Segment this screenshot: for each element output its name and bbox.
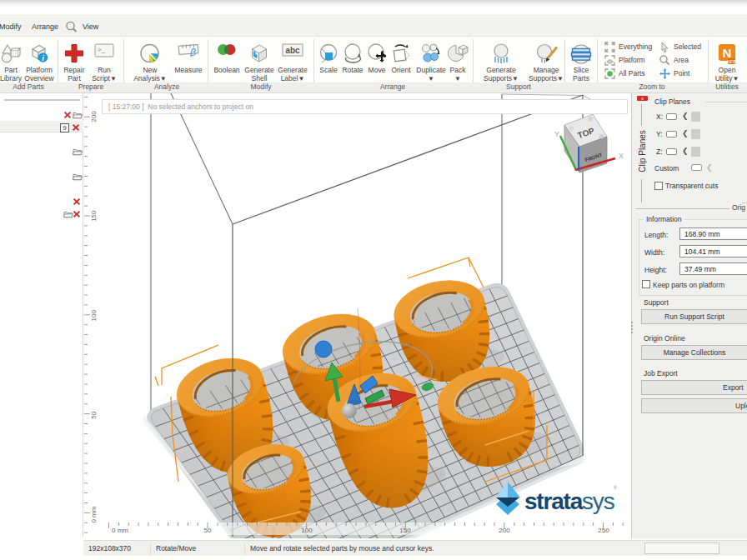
svg-text:50: 50: [204, 527, 212, 534]
svg-text:150: 150: [399, 527, 411, 534]
svg-text:i: i: [42, 53, 44, 62]
svg-text:200: 200: [499, 527, 510, 534]
svg-text:150: 150: [90, 210, 98, 222]
svg-text:250: 250: [598, 527, 609, 534]
svg-text:>_: >_: [98, 46, 106, 53]
svg-text:Y: Y: [554, 130, 559, 138]
svg-text:X: X: [619, 152, 624, 160]
svg-text:0 mm: 0 mm: [90, 506, 98, 522]
svg-text:200: 200: [90, 111, 98, 122]
svg-text:100: 100: [90, 310, 98, 322]
svg-text:100: 100: [301, 527, 313, 534]
svg-text:abc: abc: [285, 46, 300, 55]
svg-text:®: ®: [614, 485, 617, 490]
svg-text:stratasys: stratasys: [524, 488, 614, 514]
svg-text:50: 50: [90, 411, 98, 418]
svg-text:NFB: NFB: [728, 59, 737, 64]
svg-text:0 mm: 0 mm: [112, 527, 128, 534]
svg-text:β: β: [189, 47, 196, 58]
svg-text:N: N: [723, 46, 732, 60]
